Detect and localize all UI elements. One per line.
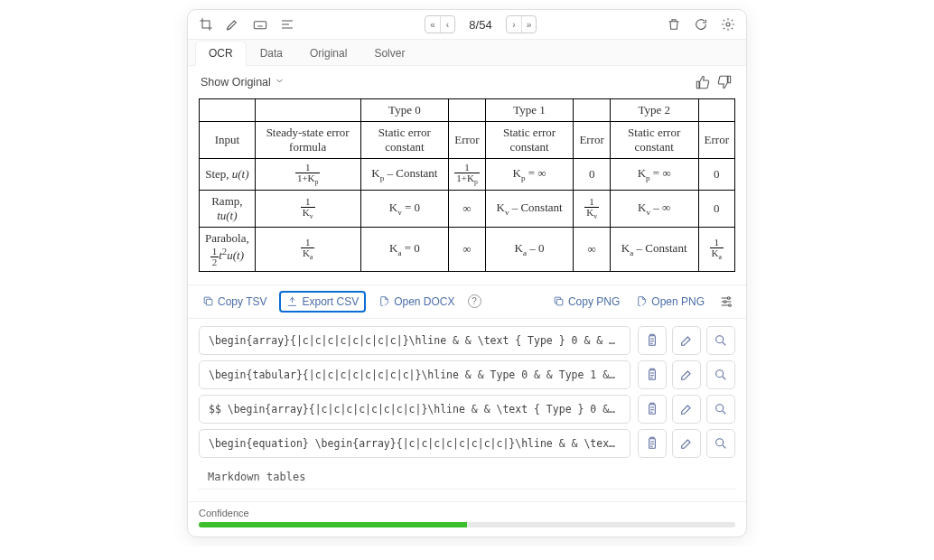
result-table: Type 0Type 1Type 2InputSteady-state erro… bbox=[188, 98, 746, 285]
tab-data[interactable]: Data bbox=[247, 41, 296, 66]
confidence-section: Confidence bbox=[188, 501, 746, 537]
draw-icon[interactable] bbox=[224, 15, 242, 33]
show-original-label: Show Original bbox=[201, 76, 271, 89]
code-row: \begin{array}{|c|c|c|c|c|c|c|c|}\hline &… bbox=[199, 326, 735, 355]
tab-bar: OCR Data Original Solver bbox=[188, 40, 746, 66]
clipboard-icon[interactable] bbox=[638, 429, 667, 458]
svg-rect-2 bbox=[206, 300, 212, 306]
show-original-toggle[interactable]: Show Original bbox=[201, 76, 285, 89]
crop-icon[interactable] bbox=[197, 15, 215, 33]
thumbs-down-icon[interactable] bbox=[715, 73, 733, 91]
pager: « ‹ 8/54 › » bbox=[425, 15, 537, 33]
markdown-section-label: Markdown tables bbox=[188, 467, 746, 489]
export-bar: Copy TSV Export CSV Open DOCX ? Copy PNG… bbox=[188, 285, 746, 319]
code-snippet[interactable]: \begin{tabular}{|c|c|c|c|c|c|c|c|}\hline… bbox=[199, 360, 630, 389]
svg-point-12 bbox=[716, 404, 724, 411]
trash-icon[interactable] bbox=[665, 15, 683, 33]
help-icon[interactable]: ? bbox=[468, 294, 481, 308]
clipboard-icon[interactable] bbox=[638, 395, 667, 424]
edit-icon[interactable] bbox=[672, 395, 701, 424]
edit-icon[interactable] bbox=[672, 360, 701, 389]
pager-next-button[interactable]: › bbox=[507, 16, 521, 33]
confidence-fill bbox=[199, 522, 467, 527]
align-left-icon[interactable] bbox=[278, 15, 296, 33]
pager-last-button[interactable]: » bbox=[521, 16, 536, 33]
svg-point-6 bbox=[729, 303, 732, 306]
search-icon[interactable] bbox=[706, 326, 735, 355]
sliders-icon[interactable] bbox=[717, 293, 735, 311]
clipboard-icon[interactable] bbox=[638, 360, 667, 389]
code-snippet[interactable]: \begin{array}{|c|c|c|c|c|c|c|c|}\hline &… bbox=[199, 326, 630, 355]
gear-icon[interactable] bbox=[719, 15, 737, 33]
chevron-down-icon bbox=[275, 76, 285, 89]
open-docx-button[interactable]: Open DOCX bbox=[375, 294, 458, 310]
copy-tsv-button[interactable]: Copy TSV bbox=[199, 294, 270, 310]
tab-ocr[interactable]: OCR bbox=[195, 41, 247, 66]
svg-rect-0 bbox=[254, 22, 266, 29]
tab-original[interactable]: Original bbox=[296, 41, 360, 66]
open-png-button[interactable]: Open PNG bbox=[632, 294, 708, 310]
refresh-icon[interactable] bbox=[692, 15, 710, 33]
pager-text: 8/54 bbox=[462, 18, 499, 32]
svg-point-1 bbox=[726, 23, 730, 26]
cutoff-row bbox=[199, 489, 735, 501]
tab-solver[interactable]: Solver bbox=[360, 41, 418, 66]
keyboard-icon[interactable] bbox=[251, 15, 269, 33]
svg-point-14 bbox=[716, 438, 724, 445]
app-window: « ‹ 8/54 › » OCR Data Original Sol bbox=[187, 9, 747, 537]
code-row: $$ \begin{array}{|c|c|c|c|c|c|c|c|}\hlin… bbox=[199, 395, 735, 424]
pager-prev-group: « ‹ bbox=[425, 15, 455, 33]
confidence-label: Confidence bbox=[199, 508, 735, 518]
code-row: \begin{tabular}{|c|c|c|c|c|c|c|c|}\hline… bbox=[199, 360, 735, 389]
latex-output-list: \begin{array}{|c|c|c|c|c|c|c|c|}\hline &… bbox=[188, 319, 746, 467]
code-row: \begin{equation} \begin{array}{|c|c|c|c|… bbox=[199, 429, 735, 458]
edit-icon[interactable] bbox=[672, 326, 701, 355]
search-icon[interactable] bbox=[706, 395, 735, 424]
search-icon[interactable] bbox=[706, 429, 735, 458]
edit-icon[interactable] bbox=[672, 429, 701, 458]
svg-point-4 bbox=[727, 296, 730, 299]
svg-point-5 bbox=[724, 300, 726, 303]
copy-png-button[interactable]: Copy PNG bbox=[549, 294, 623, 310]
export-csv-button[interactable]: Export CSV bbox=[279, 291, 366, 313]
pager-first-button[interactable]: « bbox=[425, 16, 440, 33]
pager-next-group: › » bbox=[506, 15, 537, 33]
pager-prev-button[interactable]: ‹ bbox=[440, 16, 454, 33]
svg-point-10 bbox=[716, 369, 724, 377]
search-icon[interactable] bbox=[706, 360, 735, 389]
thumbs-up-icon[interactable] bbox=[694, 73, 712, 91]
clipboard-icon[interactable] bbox=[638, 326, 667, 355]
code-snippet[interactable]: $$ \begin{array}{|c|c|c|c|c|c|c|c|}\hlin… bbox=[199, 395, 630, 424]
svg-rect-3 bbox=[556, 300, 563, 306]
code-snippet[interactable]: \begin{equation} \begin{array}{|c|c|c|c|… bbox=[199, 429, 630, 458]
subheader: Show Original bbox=[188, 66, 746, 98]
confidence-bar bbox=[199, 522, 735, 527]
svg-point-8 bbox=[716, 335, 724, 342]
